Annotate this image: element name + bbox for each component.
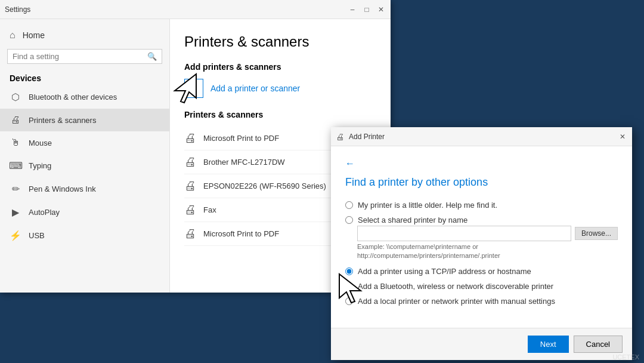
dialog-title-bar: 🖨 Add Printer ✕ [331, 127, 632, 146]
radio-option-tcpip[interactable]: Add a printer using a TCP/IP address or … [345, 267, 618, 276]
sidebar-item-bluetooth-label: Bluetooth & other devices [29, 93, 117, 101]
autoplay-icon: ▶ [10, 207, 21, 218]
radio-option-older[interactable]: My printer is a little older. Help me fi… [345, 201, 618, 210]
mouse-icon: 🖱 [10, 137, 21, 148]
radio-option-shared[interactable]: Select a shared printer by name [345, 216, 618, 224]
sidebar-item-typing[interactable]: ⌨ Typing [0, 154, 169, 177]
printers-section-title: Printers & scanners [184, 110, 376, 119]
printer-device-icon: 🖨 [184, 203, 196, 217]
home-icon: ⌂ [10, 30, 16, 41]
add-printer-dialog: 🖨 Add Printer ✕ ← Find a printer by othe… [331, 127, 632, 360]
title-bar: Settings – □ ✕ [0, 0, 391, 19]
sidebar-home[interactable]: ⌂ Home [0, 24, 169, 47]
sidebar-item-printers[interactable]: 🖨 Printers & scanners [0, 109, 169, 131]
radio-tcpip[interactable] [345, 267, 353, 275]
cancel-button[interactable]: Cancel [574, 336, 623, 353]
dialog-close-button[interactable]: ✕ [618, 132, 627, 141]
radio-tcpip-label: Add a printer using a TCP/IP address or … [358, 267, 531, 276]
printer-name: Brother MFC-L2717DW [203, 158, 285, 167]
dialog-printer-icon: 🖨 [336, 132, 344, 141]
home-label: Home [23, 30, 45, 40]
search-box[interactable]: 🔍 [7, 49, 162, 64]
usb-icon: ⚡ [10, 230, 21, 241]
add-printer-label[interactable]: Add a printer or scanner [210, 84, 300, 93]
search-icon: 🔍 [147, 52, 157, 61]
radio-option-local[interactable]: Add a local printer or network printer w… [345, 297, 618, 306]
printer-device-icon: 🖨 [184, 227, 196, 241]
printer-device-icon: 🖨 [184, 179, 196, 193]
radio-older-label: My printer is a little older. Help me fi… [358, 201, 497, 210]
shared-printer-section: Select a shared printer by name Browse..… [345, 216, 618, 261]
printer-name: EPSON02E226 (WF-R5690 Series) [203, 182, 326, 190]
sidebar-item-mouse-label: Mouse [29, 139, 52, 147]
radio-shared[interactable] [345, 216, 353, 224]
radio-group: My printer is a little older. Help me fi… [345, 201, 618, 316]
search-input[interactable] [13, 52, 144, 61]
add-printer-button[interactable]: + [184, 79, 203, 98]
add-section-title: Add printers & scanners [184, 62, 376, 72]
close-button[interactable]: ✕ [376, 5, 386, 14]
dialog-back-button[interactable]: ← [345, 158, 618, 169]
dialog-footer: Next Cancel [331, 328, 632, 360]
radio-shared-label: Select a shared printer by name [358, 216, 467, 224]
dialog-title-content: 🖨 Add Printer [336, 132, 385, 141]
minimize-button[interactable]: – [348, 5, 357, 14]
sidebar-item-usb-label: USB [29, 231, 45, 240]
next-button[interactable]: Next [528, 336, 569, 353]
sidebar: ⌂ Home 🔍 Devices ⬡ Bluetooth & other dev… [0, 19, 170, 293]
pen-icon: ✏ [10, 183, 21, 195]
browse-button[interactable]: Browse... [575, 227, 618, 240]
dialog-heading: Find a printer by other options [345, 176, 618, 189]
printer-name: Microsoft Print to PDF [203, 229, 279, 238]
radio-local[interactable] [345, 297, 353, 305]
sidebar-item-autoplay-label: AutoPlay [29, 208, 60, 217]
printer-device-icon: 🖨 [184, 131, 196, 145]
sidebar-item-mouse[interactable]: 🖱 Mouse [0, 131, 169, 154]
radio-bluetooth-label: Add a Bluetooth, wireless or network dis… [358, 282, 553, 291]
window-title: Settings [5, 5, 30, 14]
shared-printer-row: Browse... [357, 226, 618, 241]
printer-name: Microsoft Print to PDF [203, 134, 279, 143]
add-printer-row: + Add a printer or scanner [184, 79, 376, 98]
printer-device-icon: 🖨 [184, 155, 196, 169]
watermark: UCETEX [612, 353, 639, 361]
radio-older[interactable] [345, 201, 353, 209]
radio-local-label: Add a local printer or network printer w… [358, 297, 555, 306]
page-title: Printers & scanners [184, 33, 376, 50]
sidebar-item-usb[interactable]: ⚡ USB [0, 224, 169, 247]
sidebar-item-pen[interactable]: ✏ Pen & Windows Ink [0, 177, 169, 201]
sidebar-item-pen-label: Pen & Windows Ink [29, 184, 96, 193]
radio-option-bluetooth[interactable]: Add a Bluetooth, wireless or network dis… [345, 282, 618, 291]
bluetooth-icon: ⬡ [10, 91, 21, 103]
printer-name: Fax [203, 205, 216, 214]
keyboard-icon: ⌨ [10, 160, 21, 171]
window-controls: – □ ✕ [348, 5, 386, 14]
sidebar-item-autoplay[interactable]: ▶ AutoPlay [0, 201, 169, 224]
shared-printer-input[interactable] [357, 226, 571, 241]
radio-bluetooth[interactable] [345, 282, 353, 290]
sidebar-item-typing-label: Typing [29, 161, 51, 170]
maximize-button[interactable]: □ [362, 5, 371, 14]
printer-icon: 🖨 [10, 115, 21, 125]
dialog-body: ← Find a printer by other options My pri… [331, 146, 632, 328]
sidebar-section-title: Devices [0, 69, 169, 85]
sidebar-item-bluetooth[interactable]: ⬡ Bluetooth & other devices [0, 85, 169, 109]
dialog-title: Add Printer [349, 133, 385, 141]
example-text: Example: \\computername\printername or h… [357, 242, 618, 261]
sidebar-item-printers-label: Printers & scanners [29, 116, 96, 125]
